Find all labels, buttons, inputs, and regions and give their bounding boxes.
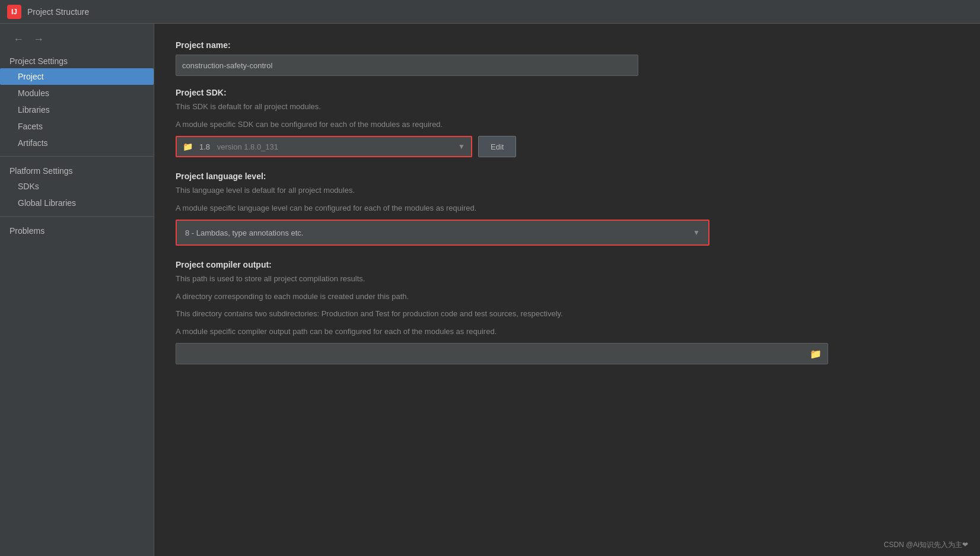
sidebar-item-libraries[interactable]: Libraries [0,101,154,118]
language-level-dropdown[interactable]: 8 - Lambdas, type annotations etc. ▼ [176,220,709,246]
lang-chevron-icon: ▼ [693,228,700,237]
title-bar-text: Project Structure [27,7,89,17]
project-compiler-output-desc4: A module specific compiler output path c… [176,326,959,338]
compiler-output-folder-icon[interactable]: 📁 [810,348,822,360]
edit-sdk-button[interactable]: Edit [478,136,516,157]
sidebar-divider [0,156,154,157]
project-compiler-output-desc3: This directory contains two subdirectori… [176,308,959,320]
back-button[interactable]: ← [9,32,27,47]
app-logo: IJ [7,5,21,19]
forward-button[interactable]: → [30,32,47,47]
project-compiler-output-desc1: This path is used to store all project c… [176,273,959,285]
project-sdk-label: Project SDK: [176,88,959,97]
sdk-chevron-icon: ▼ [458,142,465,151]
content-area: Project name: Project SDK: This SDK is d… [154,24,980,556]
sidebar-item-sdks[interactable]: SDKs [0,178,154,195]
problems-label: Problems [0,221,154,238]
compiler-output-row: 📁 [176,343,828,364]
sidebar-item-facets[interactable]: Facets [0,118,154,135]
project-settings-label: Project Settings [0,52,154,68]
sdk-version: 1.8 [199,142,210,151]
watermark: CSDN @Ai知识先入为主❤ [884,540,968,550]
sdk-dropdown-left: 📁 1.8 version 1.8.0_131 [183,142,278,151]
sidebar-item-modules[interactable]: Modules [0,85,154,101]
project-sdk-desc1: This SDK is default for all project modu… [176,101,959,113]
title-bar: IJ Project Structure [0,0,980,24]
language-level-value: 8 - Lambdas, type annotations etc. [185,228,303,237]
sidebar-item-global-libraries[interactable]: Global Libraries [0,195,154,211]
project-compiler-output-desc2: A directory corresponding to each module… [176,291,959,303]
project-language-level-desc1: This language level is default for all p… [176,185,959,196]
sdk-version-detail: version 1.8.0_131 [215,142,278,151]
main-layout: ← → Project Settings Project Modules Lib… [0,24,980,556]
compiler-output-input[interactable] [182,350,810,358]
project-name-input[interactable] [176,55,638,76]
project-name-label: Project name: [176,40,959,50]
sidebar-item-artifacts[interactable]: Artifacts [0,135,154,151]
nav-buttons: ← → [2,30,154,52]
sdk-icon: 📁 [183,142,195,151]
sdk-dropdown[interactable]: 📁 1.8 version 1.8.0_131 ▼ [176,136,472,157]
project-language-level-label: Project language level: [176,171,959,181]
sidebar: ← → Project Settings Project Modules Lib… [0,24,154,556]
project-compiler-output-label: Project compiler output: [176,260,959,269]
sdk-row: 📁 1.8 version 1.8.0_131 ▼ Edit [176,136,959,157]
sidebar-divider-2 [0,216,154,217]
project-sdk-desc2: A module specific SDK can be configured … [176,119,959,131]
platform-settings-label: Platform Settings [0,161,154,178]
project-language-level-desc2: A module specific language level can be … [176,202,959,214]
sidebar-item-project[interactable]: Project [0,68,154,85]
